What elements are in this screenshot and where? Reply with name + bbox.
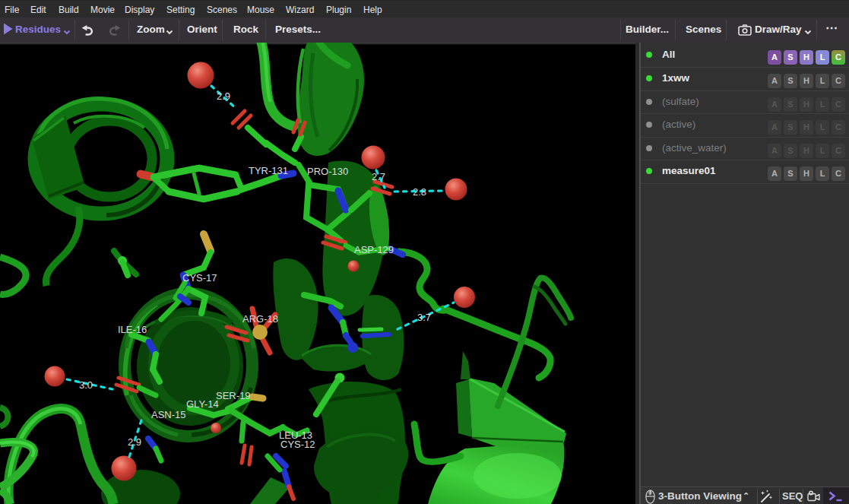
svg-text:3.0: 3.0 xyxy=(79,379,93,391)
svg-text:TYR-131: TYR-131 xyxy=(249,165,288,176)
svg-text:ASP-129: ASP-129 xyxy=(354,244,394,255)
svg-text:2.9: 2.9 xyxy=(128,436,141,448)
svg-text:ASN-15: ASN-15 xyxy=(151,409,186,420)
svg-text:CYS-17: CYS-17 xyxy=(182,272,217,284)
svg-text:3.7: 3.7 xyxy=(417,312,431,323)
svg-text:2.7: 2.7 xyxy=(372,171,385,182)
svg-text:GLY-14: GLY-14 xyxy=(186,398,219,410)
svg-text:2.9: 2.9 xyxy=(217,90,230,102)
svg-text:PRO-130: PRO-130 xyxy=(307,166,348,177)
svg-text:ILE-16: ILE-16 xyxy=(118,324,147,335)
svg-text:2.8: 2.8 xyxy=(413,186,426,198)
svg-text:SER-19: SER-19 xyxy=(216,390,251,401)
svg-text:CYS-12: CYS-12 xyxy=(280,439,315,450)
svg-text:ARG-18: ARG-18 xyxy=(242,313,278,325)
